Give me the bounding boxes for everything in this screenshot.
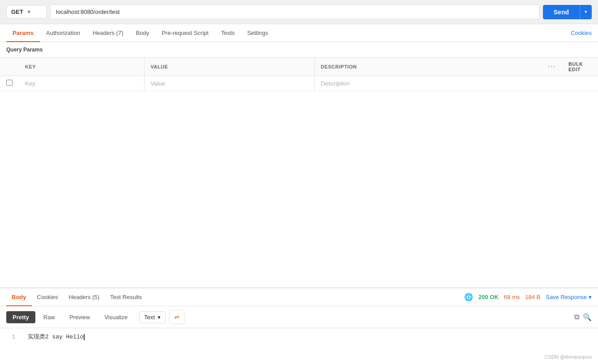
format-tab-visualize[interactable]: Visualize xyxy=(98,311,134,323)
response-tab-test-results[interactable]: Test Results xyxy=(105,288,147,306)
table-container: KEY VALUE DESCRIPTION ··· Bulk Edit xyxy=(0,57,598,287)
request-tabs: Params Authorization Headers (7) Body Pr… xyxy=(0,24,598,42)
three-dots-icon: ··· xyxy=(548,63,556,70)
upper-section: Query Params KEY VALUE DESCRIPTION ··· B… xyxy=(0,42,598,287)
cursor xyxy=(84,334,85,340)
method-chevron-icon: ▼ xyxy=(27,9,31,14)
format-bar-right: ⧉ 🔍 xyxy=(574,313,592,321)
response-tabs-bar: Body Cookies Headers (5) Test Results 🌐 … xyxy=(0,288,598,306)
tab-authorization[interactable]: Authorization xyxy=(40,24,86,42)
send-btn-wrapper: Send ▾ xyxy=(543,5,592,19)
response-tab-cookies[interactable]: Cookies xyxy=(32,288,64,306)
url-input[interactable] xyxy=(50,4,539,19)
send-button[interactable]: Send xyxy=(543,5,580,19)
wrap-button[interactable]: ⇌ xyxy=(169,310,184,324)
desc-col-header: DESCRIPTION xyxy=(314,58,542,76)
response-time: 68 ms xyxy=(504,294,520,300)
bulk-cell xyxy=(562,76,598,91)
key-placeholder: Key xyxy=(25,80,35,87)
main-layout: GET ▼ Send ▾ Params Authorization Header… xyxy=(0,0,598,364)
bulk-col-header[interactable]: Bulk Edit xyxy=(562,58,598,76)
response-meta: 🌐 200 OK 68 ms 184 B Save Response ▾ xyxy=(464,293,592,301)
actions-col-header: ··· xyxy=(542,58,562,76)
query-params-label: Query Params xyxy=(0,42,598,57)
response-size: 184 B xyxy=(525,294,540,300)
value-col-header: VALUE xyxy=(144,58,314,76)
row-checkbox[interactable] xyxy=(6,80,13,86)
response-body-container: 1 实现类2 say Hello xyxy=(0,328,598,364)
method-label: GET xyxy=(11,9,23,15)
format-tab-pretty[interactable]: Pretty xyxy=(6,311,35,323)
copy-button[interactable]: ⧉ xyxy=(574,313,579,321)
save-response-button[interactable]: Save Response ▾ xyxy=(546,294,592,300)
response-tab-headers[interactable]: Headers (5) xyxy=(63,288,105,306)
method-selector[interactable]: GET ▼ xyxy=(6,5,47,18)
response-section: Body Cookies Headers (5) Test Results 🌐 … xyxy=(0,287,598,364)
tab-headers[interactable]: Headers (7) xyxy=(86,24,130,42)
tab-settings[interactable]: Settings xyxy=(241,24,274,42)
send-dropdown-button[interactable]: ▾ xyxy=(580,5,592,19)
format-tab-preview[interactable]: Preview xyxy=(63,311,96,323)
params-table: KEY VALUE DESCRIPTION ··· Bulk Edit xyxy=(0,57,598,91)
globe-icon: 🌐 xyxy=(464,293,473,301)
row-checkbox-cell xyxy=(0,76,19,91)
text-format-dropdown[interactable]: Text ▾ xyxy=(139,311,166,323)
search-button[interactable]: 🔍 xyxy=(583,313,592,321)
value-placeholder: Value xyxy=(151,80,165,87)
key-cell[interactable]: Key xyxy=(19,76,144,91)
tab-pre-request-script[interactable]: Pre-request Script xyxy=(155,24,215,42)
save-response-label: Save Response xyxy=(546,294,587,300)
save-response-chevron: ▾ xyxy=(589,294,592,300)
desc-cell[interactable]: Description xyxy=(314,76,542,91)
response-line-1: 实现类2 say Hello xyxy=(28,334,85,340)
tab-tests[interactable]: Tests xyxy=(215,24,241,42)
status-badge: 200 OK xyxy=(478,294,499,300)
tab-params[interactable]: Params xyxy=(6,24,40,42)
checkbox-col-header xyxy=(0,58,19,76)
desc-placeholder: Description xyxy=(321,80,350,87)
value-cell[interactable]: Value xyxy=(144,76,314,91)
line-number-1: 1 xyxy=(6,334,15,340)
text-format-chevron: ▾ xyxy=(158,314,161,321)
wrap-icon: ⇌ xyxy=(174,313,179,321)
format-tab-raw[interactable]: Raw xyxy=(37,311,61,323)
table-row: Key Value Description xyxy=(0,76,598,91)
text-format-label: Text xyxy=(144,314,155,321)
actions-cell xyxy=(542,76,562,91)
response-tab-body[interactable]: Body xyxy=(6,288,32,306)
format-bar: Pretty Raw Preview Visualize Text ▾ ⇌ ⧉ … xyxy=(0,306,598,328)
key-col-header: KEY xyxy=(19,58,144,76)
cookies-link[interactable]: Cookies xyxy=(571,30,592,36)
top-bar: GET ▼ Send ▾ xyxy=(0,0,598,24)
watermark: CSDN @Annancqxxx xyxy=(545,354,592,360)
tab-body[interactable]: Body xyxy=(130,24,156,42)
